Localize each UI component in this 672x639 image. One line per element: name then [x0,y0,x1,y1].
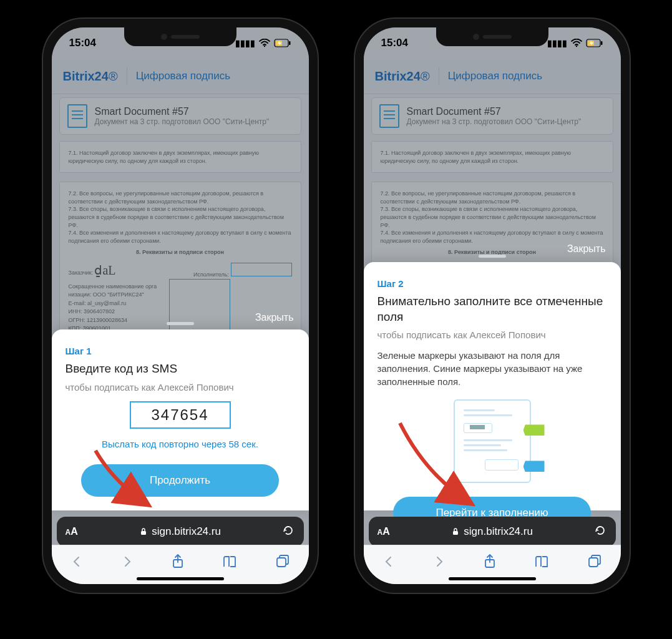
bottom-sheet-step2: Шаг 2 Внимательно заполните все отмеченн… [364,262,621,510]
home-indicator[interactable] [137,577,224,580]
svg-point-7 [575,46,577,47]
svg-rect-13 [589,558,598,567]
reload-button[interactable] [282,524,295,539]
bottom-sheet-step1: Шаг 1 Введите код из SMS чтобы подписать… [52,329,309,510]
notch [436,27,548,46]
svg-rect-6 [277,558,286,567]
lock-icon [139,527,148,536]
home-indicator[interactable] [449,577,536,580]
green-marker-icon [523,424,545,436]
step-label: Шаг 1 [66,346,295,356]
sheet-subtitle: чтобы подписать как Алексей Попович [66,382,295,393]
forward-button[interactable] [120,555,134,571]
close-button[interactable]: Закрыть [255,312,294,323]
text-size-button[interactable]: AA [377,526,390,537]
battery-icon [586,39,603,47]
markers-illustration [377,399,607,483]
url-bar[interactable]: AA sign.bitrix24.ru [369,517,616,547]
blue-marker-icon [523,461,545,472]
forward-button[interactable] [432,555,446,571]
signal-icon: ▮▮▮▮ [235,38,255,48]
svg-rect-11 [453,531,458,535]
lock-icon [451,527,460,536]
close-button[interactable]: Закрыть [567,243,606,255]
bookmarks-button[interactable] [534,555,550,571]
sheet-title: Введите код из SMS [66,361,295,377]
url-text: sign.bitrix24.ru [451,525,533,538]
phone-step-2: 15:04 ▮▮▮▮ Bitrix24® Цифровая подпись Sm… [355,19,630,593]
url-text: sign.bitrix24.ru [139,525,221,538]
step-label: Шаг 2 [377,278,607,289]
notch [124,27,236,46]
wifi-icon [571,39,582,47]
resend-code-label: Выслать код повторно через 58 сек. [66,439,295,449]
clock: 15:04 [381,37,408,49]
tabs-button[interactable] [587,554,602,572]
share-button[interactable] [483,554,497,572]
tabs-button[interactable] [275,554,290,572]
text-size-button[interactable]: AA [66,526,78,537]
share-button[interactable] [171,554,185,572]
wifi-icon [259,39,270,47]
sheet-title: Внимательно заполните все отмеченные пол… [377,294,607,324]
url-bar[interactable]: AA sign.bitrix24.ru [57,517,304,547]
sheet-body: Зеленые маркеры указывают на поля для за… [377,349,607,388]
battery-icon [274,39,291,47]
reload-button[interactable] [594,524,606,539]
svg-rect-9 [601,41,603,45]
bookmarks-button[interactable] [222,555,238,571]
clock: 15:04 [69,37,96,49]
svg-rect-4 [141,531,146,535]
sheet-subtitle: чтобы подписать как Алексей Попович [377,329,607,340]
continue-button[interactable]: Продолжить [81,464,278,497]
svg-point-0 [263,46,265,47]
back-button[interactable] [382,555,396,571]
sheet-handle[interactable] [167,322,194,325]
sheet-handle[interactable] [479,255,506,258]
signal-icon: ▮▮▮▮ [547,38,567,48]
back-button[interactable] [70,555,84,571]
sms-code-input[interactable]: 347654 [130,401,231,429]
svg-rect-2 [289,41,291,45]
phone-step-1: 15:04 ▮▮▮▮ Bitrix24® Цифровая подпись Sm… [43,19,318,593]
